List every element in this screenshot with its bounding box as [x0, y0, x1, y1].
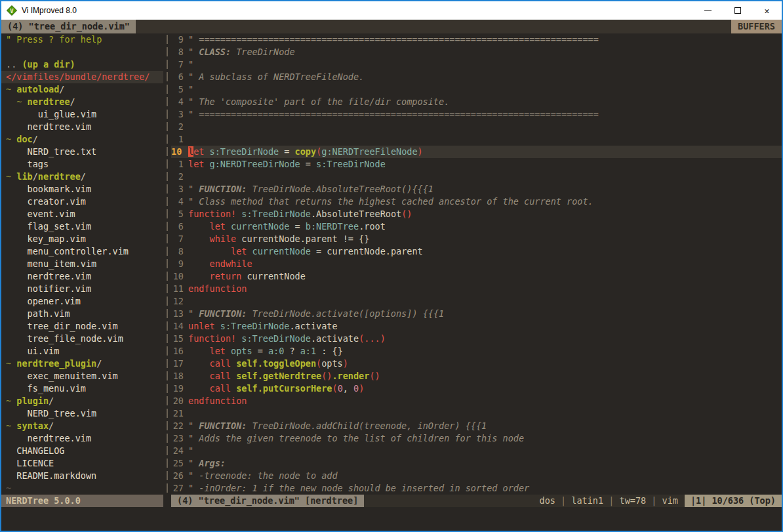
- code-line[interactable]: 1: [171, 133, 782, 146]
- tree-item[interactable]: ui.vim: [1, 345, 163, 358]
- code-line[interactable]: 19 call self.putCursorHere(0, 0): [171, 382, 782, 395]
- tree-item[interactable]: ~ doc/: [1, 133, 163, 146]
- line-number: 1: [171, 133, 188, 146]
- tree-item[interactable]: " Press ? for help: [1, 33, 163, 46]
- code-line[interactable]: 6" A subclass of NERDTreeFileNode.: [171, 71, 782, 83]
- code-line[interactable]: 7": [171, 58, 782, 71]
- tree-item[interactable]: bookmark.vim: [1, 183, 163, 195]
- tree-item[interactable]: ~ nerdtree/: [1, 96, 163, 108]
- tree-item[interactable]: ~ plugin/: [1, 395, 163, 407]
- code-line[interactable]: 10 return currentNode: [171, 270, 782, 283]
- code-line[interactable]: 10let s:TreeDirNode = copy(g:NERDTreeFil…: [171, 146, 782, 158]
- tree-item[interactable]: .. (up a dir): [1, 58, 163, 71]
- code-line[interactable]: 13" FUNCTION: TreeDirNode.activate([opti…: [171, 308, 782, 320]
- line-text: tree_dir_node.vim: [6, 321, 118, 331]
- tree-item[interactable]: notifier.vim: [1, 283, 163, 295]
- code-line[interactable]: 7 while currentNode.parent != {}: [171, 233, 782, 245]
- code-line[interactable]: 3" FUNCTION: TreeDirNode.AbsoluteTreeRoo…: [171, 183, 782, 195]
- tree-item[interactable]: [1, 46, 163, 58]
- code-line[interactable]: 17 call self.toggleOpen(opts): [171, 358, 782, 370]
- close-icon: ✕: [765, 7, 770, 15]
- code-line[interactable]: 8 let currentNode = currentNode.parent: [171, 245, 782, 258]
- code-line[interactable]: 4" The 'composite' part of the file/dir …: [171, 96, 782, 108]
- maximize-button[interactable]: [723, 1, 752, 20]
- window-separator[interactable]: [163, 33, 171, 495]
- code-line[interactable]: 8" CLASS: TreeDirNode: [171, 46, 782, 58]
- tree-item[interactable]: ~ nerdtree_plugin/: [1, 358, 163, 370]
- line-text: " FUNCTION: TreeDirNode.addChild(treenod…: [188, 420, 487, 432]
- code-line[interactable]: 23" Adds the given treenode to the list …: [171, 432, 782, 445]
- line-number: 27: [171, 482, 188, 495]
- code-line[interactable]: 6 let currentNode = b:NERDTree.root: [171, 220, 782, 233]
- tree-item[interactable]: menu_controller.vim: [1, 245, 163, 258]
- code-line[interactable]: 5": [171, 83, 782, 96]
- tree-item[interactable]: event.vim: [1, 208, 163, 220]
- statusline-gap: [163, 495, 171, 507]
- tree-item[interactable]: </vimfiles/bundle/nerdtree/: [1, 71, 163, 83]
- tree-item[interactable]: nerdtree.vim: [1, 432, 163, 445]
- tree-item[interactable]: creator.vim: [1, 195, 163, 208]
- line-number: 4: [171, 96, 188, 108]
- tree-item[interactable]: CHANGELOG: [1, 445, 163, 457]
- line-text: " FUNCTION: TreeDirNode.AbsoluteTreeRoot…: [188, 183, 433, 195]
- code-line[interactable]: 25" Args:: [171, 457, 782, 470]
- code-line[interactable]: 22" FUNCTION: TreeDirNode.addChild(treen…: [171, 420, 782, 432]
- tree-item[interactable]: NERD_tree.vim: [1, 407, 163, 420]
- code-line[interactable]: 3" =====================================…: [171, 108, 782, 121]
- tree-item[interactable]: ~ lib/nerdtree/: [1, 171, 163, 183]
- tree-item[interactable]: exec_menuitem.vim: [1, 370, 163, 382]
- code-line[interactable]: 1let g:NERDTreeDirNode = s:TreeDirNode: [171, 158, 782, 171]
- code-line[interactable]: 5function! s:TreeDirNode.AbsoluteTreeRoo…: [171, 208, 782, 220]
- code-line[interactable]: 14unlet s:TreeDirNode.activate: [171, 320, 782, 333]
- code-line[interactable]: 27" -inOrder: 1 if the new node should b…: [171, 482, 782, 495]
- code-line[interactable]: 2: [171, 171, 782, 183]
- tree-item[interactable]: nerdtree.vim: [1, 121, 163, 133]
- tree-item[interactable]: flag_set.vim: [1, 220, 163, 233]
- command-line[interactable]: [1, 507, 782, 531]
- line-text: ui_glue.vim: [6, 109, 96, 119]
- line-number: 23: [171, 432, 188, 445]
- line-number: 7: [171, 233, 188, 245]
- code-line[interactable]: 12: [171, 295, 782, 308]
- code-line[interactable]: 15function! s:TreeDirNode.activate(...): [171, 333, 782, 345]
- tab-tree-dir-node[interactable]: (4) "tree_dir_node.vim": [1, 20, 136, 33]
- line-number: 9: [171, 33, 188, 46]
- code-line[interactable]: 18 call self.getNerdtree().render(): [171, 370, 782, 382]
- code-line[interactable]: 4" Class method that returns the highest…: [171, 195, 782, 208]
- line-text: " The 'composite' part of the file/dir c…: [188, 96, 449, 108]
- tree-item[interactable]: opener.vim: [1, 295, 163, 308]
- tree-item[interactable]: tree_file_node.vim: [1, 333, 163, 345]
- code-line[interactable]: 9" =====================================…: [171, 33, 782, 46]
- line-text: " Class method that returns the highest …: [188, 195, 593, 208]
- code-line[interactable]: 2: [171, 121, 782, 133]
- tree-item[interactable]: README.markdown: [1, 470, 163, 482]
- line-text: ~: [6, 483, 11, 493]
- code-line[interactable]: 11endfunction: [171, 283, 782, 295]
- code-line[interactable]: 16 let opts = a:0 ? a:1 : {}: [171, 345, 782, 358]
- line-text: menu_controller.vim: [6, 246, 129, 256]
- tree-item[interactable]: tags: [1, 158, 163, 171]
- code-line[interactable]: 20endfunction: [171, 395, 782, 407]
- tree-item[interactable]: fs_menu.vim: [1, 382, 163, 395]
- tree-item[interactable]: ~: [1, 482, 163, 495]
- code-line[interactable]: 24": [171, 445, 782, 457]
- tree-item[interactable]: ~ autoload/: [1, 83, 163, 96]
- code-line[interactable]: 26" -treenode: the node to add: [171, 470, 782, 482]
- tree-item[interactable]: key_map.vim: [1, 233, 163, 245]
- tree-item[interactable]: menu_item.vim: [1, 258, 163, 270]
- buffers-label[interactable]: BUFFERS: [731, 20, 782, 33]
- vim-window: V Vi IMproved 8.0 ✕ (4) "tree_dir_node.v…: [0, 0, 783, 532]
- tree-item[interactable]: nerdtree.vim: [1, 270, 163, 283]
- code-line[interactable]: 9 endwhile: [171, 258, 782, 270]
- close-button[interactable]: ✕: [752, 1, 782, 20]
- minimize-button[interactable]: [693, 1, 723, 20]
- tree-item[interactable]: path.vim: [1, 308, 163, 320]
- tree-item[interactable]: LICENCE: [1, 457, 163, 470]
- tree-item[interactable]: NERD_tree.txt: [1, 146, 163, 158]
- line-text: ~ lib/nerdtree/: [6, 171, 86, 182]
- tree-item[interactable]: ui_glue.vim: [1, 108, 163, 121]
- code-line[interactable]: 21: [171, 407, 782, 420]
- tree-item[interactable]: ~ syntax/: [1, 420, 163, 432]
- tree-item[interactable]: tree_dir_node.vim: [1, 320, 163, 333]
- file-options-status: dos | latin1 | tw=78 | vim: [533, 495, 685, 507]
